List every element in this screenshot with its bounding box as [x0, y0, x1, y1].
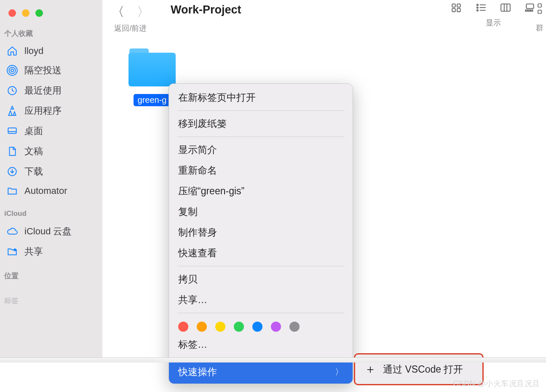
- folder-icon: [127, 46, 177, 88]
- clock-icon: [6, 85, 19, 96]
- menu-open-new-tab[interactable]: 在新标签页中打开: [177, 87, 344, 108]
- sidebar: 个人收藏 lloyd 隔空投送 最近使用 应用程序 桌面 文稿 下载: [0, 0, 102, 357]
- view-list-button[interactable]: [474, 3, 488, 13]
- sidebar-item-label: 文稿: [24, 145, 43, 158]
- sidebar-item-label: lloyd: [24, 46, 43, 56]
- sidebar-item-downloads[interactable]: 下载: [0, 161, 102, 182]
- download-icon: [6, 166, 19, 177]
- menu-separator: [177, 266, 344, 266]
- watermark: CSDN @小火车况且况且: [453, 379, 540, 389]
- menu-separator: [177, 313, 344, 313]
- desktop-icon: [6, 126, 19, 137]
- svg-rect-19: [538, 4, 541, 7]
- window-title: Work-Project: [171, 3, 241, 16]
- tag-color-2[interactable]: [215, 322, 225, 332]
- applications-icon: [6, 105, 19, 116]
- svg-rect-20: [538, 10, 541, 13]
- sidebar-item-label: 隔空投送: [24, 64, 62, 77]
- groups-label-partial: 群: [536, 23, 543, 33]
- menu-quick-actions[interactable]: 快速操作 〉: [169, 360, 353, 384]
- sidebar-item-documents[interactable]: 文稿: [0, 141, 102, 161]
- menu-separator: [177, 137, 344, 137]
- sidebar-item-applications[interactable]: 应用程序: [0, 101, 102, 121]
- shared-folder-icon: [6, 246, 19, 257]
- menu-make-alias[interactable]: 制作替身: [177, 222, 344, 243]
- airdrop-icon: [6, 65, 19, 76]
- minimize-window-button[interactable]: [22, 9, 29, 17]
- groups-button-partial[interactable]: [535, 3, 544, 17]
- sidebar-item-recents[interactable]: 最近使用: [0, 81, 102, 101]
- menu-move-to-trash[interactable]: 移到废纸篓: [177, 113, 344, 134]
- sidebar-section-favorites: 个人收藏: [0, 29, 102, 42]
- svg-point-0: [11, 69, 14, 72]
- close-window-button[interactable]: [8, 9, 16, 17]
- sidebar-section-tags: 标签: [0, 296, 102, 309]
- sidebar-item-label: 共享: [24, 245, 43, 258]
- back-button[interactable]: 〈: [112, 3, 124, 21]
- svg-rect-15: [526, 4, 533, 8]
- svg-rect-16: [525, 10, 527, 11]
- view-label: 显示: [486, 18, 501, 28]
- bottom-bar: [0, 357, 546, 362]
- tag-color-4[interactable]: [252, 322, 262, 332]
- menu-rename[interactable]: 重新命名: [177, 160, 344, 181]
- window-controls: [0, 4, 102, 29]
- sidebar-item-label: 桌面: [24, 125, 43, 137]
- svg-rect-7: [452, 4, 455, 7]
- document-icon: [6, 146, 19, 157]
- sidebar-item-airdrop[interactable]: 隔空投送: [0, 60, 102, 81]
- svg-rect-17: [528, 10, 530, 11]
- folder-icon: [6, 185, 19, 196]
- cloud-icon: [6, 226, 19, 237]
- view-columns-button[interactable]: [499, 3, 512, 13]
- svg-point-6: [13, 248, 16, 251]
- toolbar: 〈 〉 返回/前进 Work-Project 显示: [102, 0, 546, 33]
- tag-color-0[interactable]: [178, 322, 188, 332]
- tag-color-1[interactable]: [197, 322, 207, 332]
- nav-label: 返回/前进: [114, 23, 147, 33]
- menu-quick-look[interactable]: 快速查看: [177, 243, 344, 263]
- folder-label: green-g: [134, 94, 171, 106]
- svg-point-1: [9, 67, 15, 73]
- sidebar-item-label: 最近使用: [24, 84, 62, 97]
- menu-quick-actions-label: 快速操作: [178, 365, 217, 379]
- menu-duplicate[interactable]: 复制: [177, 201, 344, 222]
- menu-copy[interactable]: 拷贝: [177, 269, 344, 290]
- menu-compress[interactable]: 压缩“green-gis”: [177, 181, 344, 201]
- svg-rect-14: [501, 4, 510, 11]
- svg-rect-18: [531, 10, 533, 11]
- context-menu: 在新标签页中打开 移到废纸篓 显示简介 重新命名 压缩“green-gis” 复…: [169, 83, 353, 384]
- maximize-window-button[interactable]: [35, 9, 43, 17]
- sidebar-item-icloud-drive[interactable]: iCloud 云盘: [0, 221, 102, 242]
- sidebar-item-automator[interactable]: Automator: [0, 182, 102, 200]
- chevron-right-icon: 〉: [335, 366, 343, 378]
- svg-point-13: [477, 10, 478, 11]
- sidebar-item-shared[interactable]: 共享: [0, 242, 102, 262]
- submenu-open-vscode[interactable]: 通过 VSCode 打开: [383, 363, 463, 376]
- menu-share[interactable]: 共享…: [177, 290, 344, 310]
- tag-color-row: [169, 316, 353, 334]
- menu-get-info[interactable]: 显示简介: [177, 140, 344, 160]
- tag-color-5[interactable]: [271, 322, 281, 332]
- view-icons-button[interactable]: [450, 3, 463, 13]
- tag-color-3[interactable]: [234, 322, 244, 332]
- svg-point-12: [477, 7, 478, 8]
- sidebar-section-icloud: iCloud: [0, 209, 102, 221]
- plus-icon: ＋: [364, 361, 376, 377]
- sidebar-item-desktop[interactable]: 桌面: [0, 121, 102, 141]
- tag-color-6[interactable]: [289, 322, 300, 332]
- svg-rect-10: [457, 8, 460, 12]
- sidebar-item-label: 下载: [24, 165, 43, 178]
- sidebar-item-label: 应用程序: [24, 105, 62, 117]
- forward-button[interactable]: 〉: [137, 3, 150, 21]
- menu-separator: [177, 110, 344, 111]
- house-icon: [6, 46, 19, 56]
- sidebar-section-locations: 位置: [0, 271, 102, 284]
- svg-rect-4: [8, 128, 16, 133]
- sidebar-item-label: iCloud 云盘: [24, 225, 72, 238]
- svg-point-11: [477, 4, 478, 5]
- sidebar-item-label: Automator: [24, 185, 67, 196]
- svg-rect-8: [457, 4, 460, 7]
- sidebar-item-home[interactable]: lloyd: [0, 42, 102, 60]
- menu-tags[interactable]: 标签…: [177, 334, 344, 355]
